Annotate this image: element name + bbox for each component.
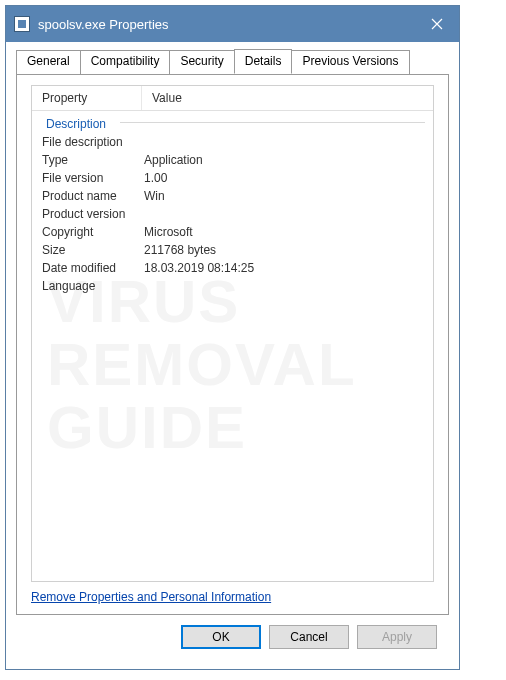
header-property[interactable]: Property	[32, 86, 142, 110]
properties-window: spoolsv.exe Properties General Compatibi…	[5, 5, 460, 670]
row-date-modified[interactable]: Date modified 18.03.2019 08:14:25	[32, 259, 433, 277]
row-language[interactable]: Language	[32, 277, 433, 295]
cancel-button[interactable]: Cancel	[269, 625, 349, 649]
app-icon	[14, 16, 30, 32]
row-product-name[interactable]: Product name Win	[32, 187, 433, 205]
tab-compatibility[interactable]: Compatibility	[80, 50, 171, 75]
tab-general[interactable]: General	[16, 50, 81, 75]
properties-list: Property Value VIRUS REMOVAL GUIDE Descr…	[31, 85, 434, 582]
dialog-buttons: OK Cancel Apply	[16, 615, 449, 659]
tab-previous-versions[interactable]: Previous Versions	[291, 50, 409, 75]
titlebar: spoolsv.exe Properties	[6, 6, 459, 42]
row-copyright[interactable]: Copyright Microsoft	[32, 223, 433, 241]
section-description: Description	[32, 111, 433, 133]
row-file-description[interactable]: File description	[32, 133, 433, 151]
row-product-version[interactable]: Product version	[32, 205, 433, 223]
apply-button: Apply	[357, 625, 437, 649]
ok-button[interactable]: OK	[181, 625, 261, 649]
properties-body: VIRUS REMOVAL GUIDE Description File des…	[32, 111, 433, 581]
tab-security[interactable]: Security	[169, 50, 234, 75]
remove-properties-link[interactable]: Remove Properties and Personal Informati…	[31, 590, 271, 604]
row-type[interactable]: Type Application	[32, 151, 433, 169]
row-size[interactable]: Size 211768 bytes	[32, 241, 433, 259]
watermark: VIRUS REMOVAL GUIDE	[47, 270, 357, 459]
properties-header: Property Value	[32, 86, 433, 111]
details-panel: Property Value VIRUS REMOVAL GUIDE Descr…	[16, 74, 449, 615]
close-icon[interactable]	[415, 6, 459, 42]
body-area: General Compatibility Security Details P…	[6, 42, 459, 669]
tab-details[interactable]: Details	[234, 49, 293, 74]
tab-bar: General Compatibility Security Details P…	[16, 50, 449, 75]
window-title: spoolsv.exe Properties	[38, 17, 415, 32]
header-value[interactable]: Value	[142, 86, 433, 110]
row-file-version[interactable]: File version 1.00	[32, 169, 433, 187]
